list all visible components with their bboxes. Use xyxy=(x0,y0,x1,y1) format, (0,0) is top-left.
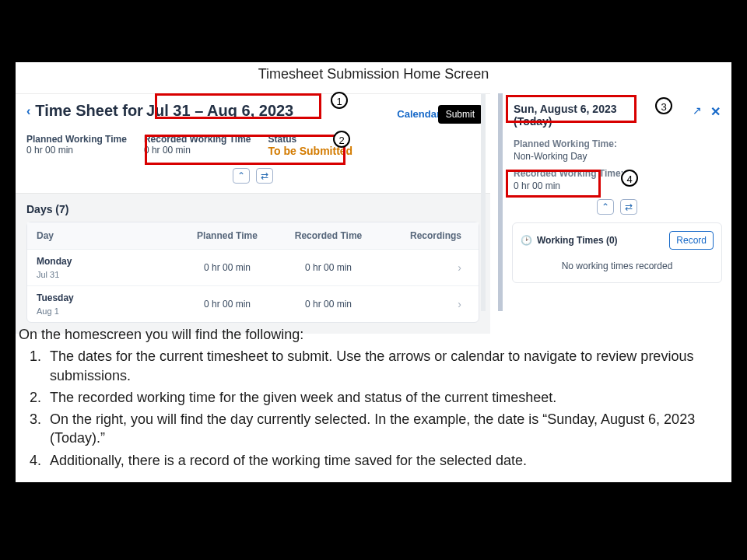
col-day: Day xyxy=(37,230,177,241)
callout-marker-4: 4 xyxy=(621,170,638,187)
row-planned: 0 hr 00 min xyxy=(177,299,278,310)
close-icon[interactable]: ✕ xyxy=(710,104,721,119)
doc-title: Timesheet Submission Home Screen xyxy=(245,62,502,86)
col-recorded: Recorded Time xyxy=(278,230,379,241)
col-recordings: Recordings xyxy=(379,230,469,241)
table-row[interactable]: Tuesday Aug 1 0 hr 00 min 0 hr 00 min › xyxy=(27,286,479,322)
chevron-right-icon: › xyxy=(458,298,461,310)
days-table: Day Planned Time Recorded Time Recording… xyxy=(26,222,479,323)
working-times-empty: No working times recorded xyxy=(521,250,714,275)
col-planned: Planned Time xyxy=(177,230,278,241)
explanation-item: The recorded working time for the given … xyxy=(45,388,727,407)
record-button[interactable]: Record xyxy=(669,231,714,250)
callout-marker-1: 1 xyxy=(331,92,348,109)
toolbar-icons: ⌃ ⇄ xyxy=(16,168,490,184)
explanation-item: The dates for the current timesheet to s… xyxy=(45,347,727,385)
chevron-up-icon[interactable]: ⌃ xyxy=(597,199,614,215)
prev-week-arrow-icon[interactable]: ‹ xyxy=(26,104,30,118)
shuffle-icon[interactable]: ⇄ xyxy=(620,199,637,215)
planned-label: Planned Working Time xyxy=(26,134,127,145)
day-date: Aug 1 xyxy=(37,306,177,316)
callout-box-4 xyxy=(506,170,601,198)
right-planned-value: Non-Working Day xyxy=(514,151,721,162)
callout-box-3 xyxy=(506,95,637,123)
day-name: Tuesday xyxy=(37,292,177,303)
explanation-item: On the right, you will find the day curr… xyxy=(45,410,727,448)
working-times-heading: Working Times (0) xyxy=(537,235,618,246)
header-prefix: Time Sheet for xyxy=(35,102,143,120)
calendar-link[interactable]: Calendar xyxy=(397,108,440,120)
row-recorded: 0 hr 00 min xyxy=(278,262,379,273)
callout-marker-2: 2 xyxy=(333,131,350,148)
table-row[interactable]: Monday Jul 31 0 hr 00 min 0 hr 00 min › xyxy=(27,250,479,286)
explanation-intro: On the homescreen you will find the foll… xyxy=(19,325,727,344)
day-name: Monday xyxy=(37,256,177,267)
clock-icon: 🕑 xyxy=(521,235,532,246)
day-date: Jul 31 xyxy=(37,270,177,279)
shuffle-icon[interactable]: ⇄ xyxy=(256,168,273,184)
timesheet-right-panel: Sun, August 6, 2023 (Today) ↗ ✕ Planned … xyxy=(498,93,731,311)
explanation-item: Additionally, there is a record of the w… xyxy=(45,451,727,470)
planned-value: 0 hr 00 min xyxy=(26,145,127,156)
submit-button[interactable]: Submit xyxy=(438,105,482,124)
callout-marker-3: 3 xyxy=(655,97,672,114)
expand-icon[interactable]: ↗ xyxy=(693,104,702,117)
chevron-up-icon[interactable]: ⌃ xyxy=(233,168,250,184)
working-times-card: 🕑 Working Times (0) Record No working ti… xyxy=(512,222,722,283)
callout-box-2 xyxy=(145,135,345,165)
chevron-right-icon: › xyxy=(458,261,461,274)
panel-divider xyxy=(481,93,486,311)
days-heading: Days (7) xyxy=(26,203,479,215)
row-planned: 0 hr 00 min xyxy=(177,262,278,273)
timesheet-left-panel: ‹ Time Sheet for Jul 31 – Aug 6, 2023 Ca… xyxy=(16,93,490,311)
days-section: Days (7) Day Planned Time Recorded Time … xyxy=(16,193,490,334)
row-recorded: 0 hr 00 min xyxy=(278,299,379,310)
callout-box-1 xyxy=(155,93,321,119)
explanation-block: On the homescreen you will find the foll… xyxy=(19,325,727,473)
right-planned-label: Planned Working Time: xyxy=(514,138,721,149)
